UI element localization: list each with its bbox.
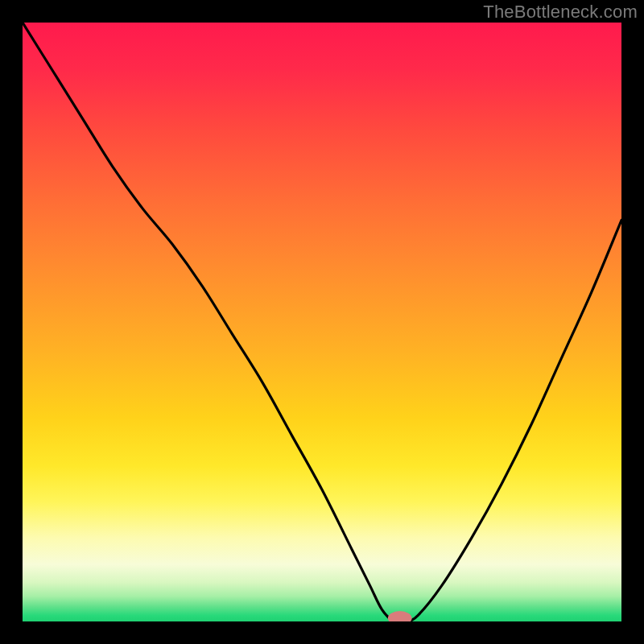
plot-svg <box>23 23 621 621</box>
plot-area <box>23 23 621 621</box>
watermark-text: TheBottleneck.com <box>483 2 638 23</box>
gradient-background <box>23 23 621 621</box>
chart-stage: TheBottleneck.com <box>0 0 644 644</box>
